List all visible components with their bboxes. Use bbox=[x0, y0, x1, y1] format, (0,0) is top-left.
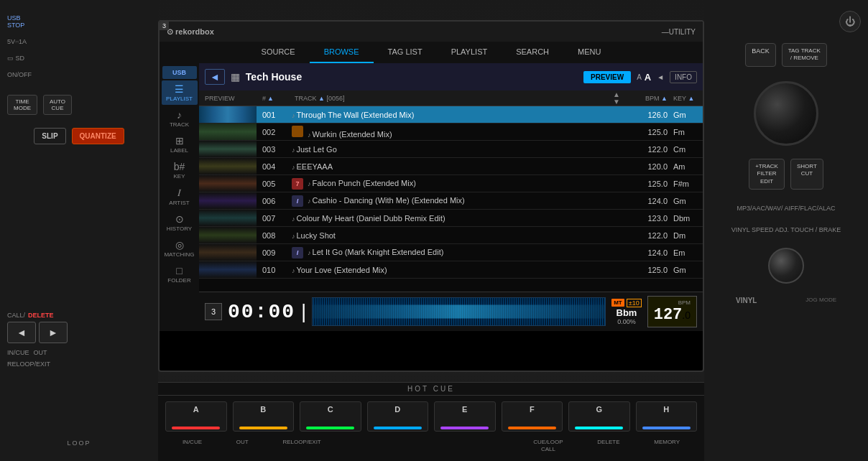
bpm-label: BPM bbox=[654, 299, 691, 306]
in-cue-button[interactable]: IN/CUE bbox=[7, 349, 29, 356]
track-title-007: ♪Colour My Heart (Daniel Dubb Remix Edit… bbox=[289, 214, 624, 223]
waveform-preview-005 bbox=[199, 175, 257, 192]
nav-browse[interactable]: BROWSE bbox=[310, 42, 374, 63]
track-row[interactable]: 006 I ♪Cashio - Dancing (With Me) (Exten… bbox=[199, 192, 703, 210]
main-waveform bbox=[312, 297, 606, 326]
hot-cue-h[interactable]: H bbox=[636, 401, 698, 432]
nav-tag-list[interactable]: TAG LIST bbox=[374, 42, 437, 63]
scroll-up[interactable]: ▲ bbox=[613, 91, 620, 98]
track-title-003: ♪Just Let Go bbox=[289, 145, 624, 154]
track-title-009: I ♪Let It Go (Mark Knight Extended Edit) bbox=[289, 247, 624, 259]
sidebar-history[interactable]: ⊙ HISTORY bbox=[162, 210, 198, 235]
col-bpm-header[interactable]: BPM ▲ bbox=[624, 95, 670, 102]
cursor-line: | bbox=[301, 300, 306, 323]
hc-c-label: C bbox=[328, 405, 333, 414]
track-row[interactable]: 002 ♪Wurkin (Extended Mix) 125.0 Fm bbox=[199, 124, 703, 141]
track-key-005: F#m bbox=[670, 180, 703, 188]
track-title-001: ♪Through The Wall (Extended Mix) bbox=[289, 111, 624, 119]
sidebar-track[interactable]: ♪ TRACK bbox=[162, 106, 198, 131]
track-bpm-001: 126.0 bbox=[624, 111, 670, 119]
key-offset: ±10 bbox=[627, 299, 642, 307]
waveform-preview-002 bbox=[199, 124, 257, 140]
key-display: MT ±10 Bbm 0.00% bbox=[611, 299, 642, 325]
call-next-button[interactable]: ► bbox=[39, 322, 68, 343]
hot-cue-a[interactable]: A bbox=[165, 401, 227, 432]
shortcut-button[interactable]: SHORTCUT bbox=[790, 159, 823, 190]
sidebar-folder[interactable]: □ FOLDER bbox=[162, 262, 198, 287]
hot-cue-header: HOT CUE bbox=[158, 383, 704, 396]
track-row[interactable]: 004 ♪EEEYAAA 120.0 Am bbox=[199, 158, 703, 175]
reloop-exit-button[interactable]: RELOOP/EXIT bbox=[7, 360, 151, 368]
usb-badge[interactable]: USB bbox=[162, 66, 197, 79]
transport-bar: 3 00:00 | bbox=[199, 292, 703, 331]
bpm-display: BPM 127 .0 bbox=[647, 296, 697, 327]
hot-cue-e[interactable]: E bbox=[434, 401, 496, 432]
track-row[interactable]: 007 ♪Colour My Heart (Daniel Dubb Remix … bbox=[199, 210, 703, 227]
track-num-004: 004 bbox=[257, 162, 289, 171]
screen-container: 3 ⊙ rekordbox —UTILITY SOURCE BROWSE TAG… bbox=[158, 20, 704, 372]
sidebar-playlist[interactable]: ☰ PLAYLIST bbox=[162, 80, 198, 105]
track-row[interactable]: 009 I ♪Let It Go (Mark Knight Extended E… bbox=[199, 244, 703, 261]
scroll-down[interactable]: ▼ bbox=[613, 98, 620, 106]
call-prev-button[interactable]: ◄ bbox=[7, 322, 36, 343]
track-bpm-002: 125.0 bbox=[624, 128, 670, 136]
back-hw-button[interactable]: BACK bbox=[745, 43, 776, 67]
delete-hw-label[interactable]: DELETE bbox=[597, 439, 619, 452]
hc-e-label: E bbox=[462, 405, 467, 414]
quantize-button[interactable]: QUANTIZE bbox=[72, 128, 124, 144]
font-arrow[interactable]: ◄ bbox=[657, 73, 664, 81]
vinyl-brake-knob[interactable] bbox=[768, 248, 804, 284]
jog-mode-label[interactable]: JOG MODE bbox=[805, 297, 836, 304]
col-track-header[interactable]: TRACK ▲ [0056] bbox=[289, 95, 609, 102]
track-row[interactable]: 005 7 ♪Falcon Punch (Extended Mix) 125.0… bbox=[199, 175, 703, 192]
hot-cue-b[interactable]: B bbox=[233, 401, 295, 432]
cue-loop-call-label[interactable]: CUE/LOOPCALL bbox=[533, 439, 563, 452]
track-row[interactable]: 001 ♪Through The Wall (Extended Mix) 126… bbox=[199, 106, 703, 124]
nav-search[interactable]: SEARCH bbox=[502, 42, 563, 63]
tag-track-button[interactable]: TAG TRACK/ REMOVE bbox=[782, 43, 827, 67]
nav-menu[interactable]: MENU bbox=[563, 42, 615, 63]
track-row[interactable]: 010 ♪Your Love (Extended Mix) 125.0 Gm bbox=[199, 261, 703, 279]
back-button[interactable]: ◄ bbox=[205, 69, 225, 85]
out-button[interactable]: OUT bbox=[34, 349, 47, 356]
out-label[interactable]: OUT bbox=[236, 439, 249, 452]
auto-cue-button[interactable]: AUTOCUE bbox=[43, 95, 72, 115]
col-num-header[interactable]: # ▲ bbox=[257, 95, 289, 102]
sidebar-matching[interactable]: ◎ MATCHING bbox=[162, 236, 198, 261]
font-small[interactable]: A bbox=[637, 73, 642, 81]
browse-knob[interactable] bbox=[754, 81, 818, 146]
hot-cue-c[interactable]: C bbox=[300, 401, 361, 432]
reloop-exit-label[interactable]: RELOOP/EXIT bbox=[282, 439, 320, 452]
sidebar-artist[interactable]: 𝐼 ARTIST bbox=[162, 184, 198, 209]
main-browse: ◄ ▦ Tech House PREVIEW A A ◄ INFO PREVIE… bbox=[199, 63, 703, 331]
power-button[interactable]: ⏻ bbox=[839, 11, 861, 32]
info-button[interactable]: INFO bbox=[670, 71, 697, 83]
waveform-preview-001 bbox=[199, 106, 257, 123]
hot-cue-f[interactable]: F bbox=[502, 401, 563, 432]
memory-label[interactable]: MEMORY bbox=[654, 439, 680, 452]
sidebar: USB ☰ PLAYLIST ♪ TRACK ⊞ LABEL b# KEY bbox=[160, 63, 199, 331]
track-row[interactable]: 003 ♪Just Let Go 122.0 Cm bbox=[199, 141, 703, 158]
hot-cue-section: HOT CUE A B C D E F bbox=[158, 382, 704, 461]
preview-button[interactable]: PREVIEW bbox=[583, 71, 631, 83]
nav-source[interactable]: SOURCE bbox=[247, 42, 310, 63]
track-filter-button[interactable]: +TRACKFILTEREDIT bbox=[749, 159, 785, 190]
slip-button[interactable]: SLIP bbox=[34, 128, 65, 144]
time-mode-button[interactable]: TIMEMODE bbox=[7, 95, 37, 115]
in-cue-label[interactable]: IN/CUE bbox=[183, 439, 202, 452]
track-icon: ♪ bbox=[177, 109, 182, 121]
sidebar-label[interactable]: ⊞ LABEL bbox=[162, 132, 198, 157]
hc-g-bar bbox=[575, 427, 623, 429]
col-key-header[interactable]: KEY ▲ bbox=[670, 95, 703, 102]
hot-cue-g[interactable]: G bbox=[568, 401, 630, 432]
vinyl-button[interactable]: VINYL bbox=[736, 297, 757, 304]
track-key-004: Am bbox=[670, 162, 703, 171]
sidebar-key[interactable]: b# KEY bbox=[162, 158, 198, 182]
col-preview-header: PREVIEW bbox=[199, 95, 257, 102]
hot-cue-d[interactable]: D bbox=[367, 401, 429, 432]
font-large[interactable]: A bbox=[645, 72, 651, 83]
utility-button[interactable]: —UTILITY bbox=[662, 28, 696, 36]
track-row[interactable]: 008 ♪Lucky Shot 122.0 Dm bbox=[199, 227, 703, 244]
playlist-icon: ☰ bbox=[175, 83, 184, 95]
nav-playlist[interactable]: PLAYLIST bbox=[437, 42, 502, 63]
